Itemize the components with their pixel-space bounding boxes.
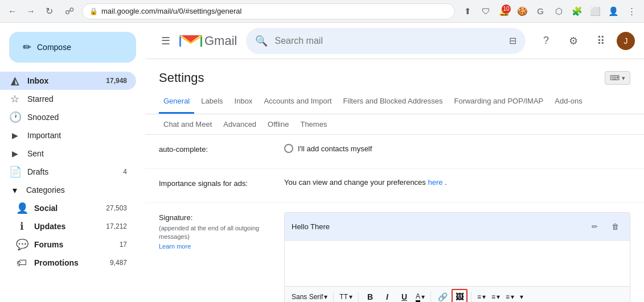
- app: ✏ Compose ◭ Inbox 17,948 ☆ Starred 🕐 Sno…: [0, 23, 644, 302]
- puzzle-button[interactable]: 🧩: [569, 3, 585, 19]
- search-icon: 🔍: [255, 35, 268, 47]
- sidebar-item-important[interactable]: ▶ Important: [0, 126, 136, 144]
- signature-editor[interactable]: [285, 241, 630, 286]
- signature-delete-button[interactable]: 🗑: [607, 218, 623, 234]
- categories-label: Categories: [26, 185, 65, 195]
- browser-tools: ⬆ 🛡 🔔 10 🍪 G ⬡ 🧩 ⬜ 👤 ⋮: [460, 3, 639, 19]
- gmail-text: Gmail: [204, 34, 237, 48]
- menu-dots-button[interactable]: ⋮: [624, 3, 639, 19]
- list-ul-select[interactable]: ≡ ▾: [503, 292, 516, 302]
- font-color-label: A: [416, 292, 420, 302]
- signature-edit-button[interactable]: ✏: [586, 218, 602, 234]
- reload-button[interactable]: ↻: [41, 3, 57, 19]
- tab-filters[interactable]: Filters and Blocked Addresses: [339, 90, 448, 114]
- autocomplete-radio[interactable]: [284, 144, 293, 153]
- back-button[interactable]: ←: [5, 3, 20, 19]
- sidebar-item-social[interactable]: 👤 Social 27,503: [0, 199, 136, 217]
- settings-title: Settings: [159, 71, 204, 85]
- search-bar[interactable]: 🔍 ⊟: [246, 28, 526, 54]
- forums-icon: 💬: [16, 238, 27, 251]
- sidebar-item-snoozed[interactable]: 🕐 Snoozed: [0, 108, 136, 126]
- font-family-select[interactable]: Sans Serif ▾: [289, 292, 330, 302]
- font-family-chevron: ▾: [324, 293, 327, 301]
- share-button[interactable]: ⬆: [460, 3, 475, 19]
- font-color-select[interactable]: A ▾: [413, 291, 427, 303]
- italic-button[interactable]: I: [379, 289, 395, 302]
- sub-tab-chat[interactable]: Chat and Meet: [159, 114, 216, 134]
- signature-item: Hello There ✏ 🗑: [285, 213, 630, 241]
- address-bar[interactable]: 🔒 mail.google.com/mail/u/0/#settings/gen…: [82, 3, 455, 19]
- list-ul-chevron: ▾: [511, 293, 514, 301]
- settings-button[interactable]: ⚙: [562, 30, 585, 52]
- settings-header: Settings ⌨ ▾: [145, 59, 644, 85]
- categories-header[interactable]: ▾ Categories: [0, 181, 136, 199]
- importance-row: Importance signals for ads: You can view…: [145, 169, 644, 203]
- tab-forwarding[interactable]: Forwarding and POP/IMAP: [449, 90, 548, 114]
- cookie-button[interactable]: 🍪: [514, 3, 530, 19]
- align-select[interactable]: ≡ ▾: [475, 292, 488, 302]
- apps-button[interactable]: ⠿: [589, 30, 612, 52]
- inbox-label: Inbox: [27, 76, 99, 85]
- toolbar-sep-4: [471, 292, 471, 302]
- grammarly-button[interactable]: G: [532, 3, 548, 19]
- sub-tab-advanced[interactable]: Advanced: [219, 114, 261, 134]
- signature-name: Hello There: [292, 222, 582, 231]
- drafts-label: Drafts: [27, 167, 116, 176]
- extension-button[interactable]: ⬡: [551, 3, 567, 19]
- list-ol-select[interactable]: ≡ ▾: [489, 292, 502, 302]
- link-button[interactable]: 🔗: [434, 289, 450, 302]
- window-button[interactable]: ⬜: [587, 3, 603, 19]
- snoozed-label: Snoozed: [27, 113, 120, 122]
- brave-shield-button[interactable]: 🛡: [478, 3, 494, 19]
- promotions-icon: 🏷: [16, 257, 27, 269]
- underline-button[interactable]: U: [396, 289, 412, 302]
- more-select[interactable]: ▾: [518, 292, 526, 302]
- font-size-select[interactable]: TT ▾: [337, 292, 355, 302]
- profile-button[interactable]: 👤: [605, 3, 621, 19]
- search-filter-icon[interactable]: ⊟: [509, 35, 516, 46]
- sidebar-item-sent[interactable]: ▶ Sent: [0, 144, 136, 163]
- sent-label: Sent: [27, 149, 120, 158]
- toolbar-sep-3: [430, 292, 431, 302]
- forward-button[interactable]: →: [23, 3, 39, 19]
- sidebar-item-updates[interactable]: ℹ Updates 17,212: [0, 217, 136, 235]
- tab-addons[interactable]: Add-ons: [550, 90, 586, 114]
- sub-tab-offline[interactable]: Offline: [263, 114, 293, 134]
- bold-button[interactable]: B: [362, 289, 378, 302]
- important-label: Important: [27, 131, 120, 140]
- starred-label: Starred: [27, 94, 120, 104]
- signature-toolbar: Sans Serif ▾ TT ▾ B I U: [285, 286, 630, 302]
- sub-tabs: Chat and Meet Advanced Offline Themes: [145, 114, 644, 135]
- tab-accounts[interactable]: Accounts and Import: [259, 90, 336, 114]
- toolbar-sep-1: [333, 292, 334, 302]
- sidebar-item-drafts[interactable]: 📄 Drafts 4: [0, 163, 136, 181]
- bookmark-button[interactable]: ☍: [61, 3, 77, 19]
- tab-inbox[interactable]: Inbox: [230, 90, 257, 114]
- signature-label-col: Signature: (appended at the end of all o…: [159, 212, 284, 250]
- tab-general[interactable]: General: [159, 90, 194, 114]
- importance-text: You can view and change your preferences: [284, 178, 426, 187]
- important-icon: ▶: [9, 131, 20, 140]
- tab-labels[interactable]: Labels: [196, 90, 227, 114]
- search-input[interactable]: [274, 36, 502, 46]
- font-size-label: TT: [339, 293, 348, 301]
- sidebar-item-inbox[interactable]: ◭ Inbox 17,948: [0, 72, 136, 90]
- promotions-count: 9,487: [110, 259, 127, 267]
- sub-tab-themes[interactable]: Themes: [296, 114, 331, 134]
- learn-more-link[interactable]: Learn more: [159, 243, 191, 250]
- autocomplete-value: I'll add contacts myself: [298, 144, 372, 153]
- gmail-header: ☰ Gmail 🔍 ⊟: [145, 23, 644, 59]
- importance-link[interactable]: here: [428, 178, 442, 187]
- hamburger-menu-button[interactable]: ☰: [154, 30, 177, 52]
- sidebar-item-promotions[interactable]: 🏷 Promotions 9,487: [0, 254, 136, 272]
- compose-button[interactable]: ✏ Compose: [9, 32, 136, 63]
- image-button[interactable]: 🖼: [452, 289, 467, 302]
- avatar[interactable]: J: [617, 32, 635, 50]
- notifications-wrapper: 🔔 10: [496, 3, 512, 19]
- sidebar-item-forums[interactable]: 💬 Forums 17: [0, 235, 136, 254]
- forums-count: 17: [120, 241, 127, 249]
- help-button[interactable]: ?: [535, 30, 557, 52]
- list-ol-chevron: ▾: [497, 293, 500, 301]
- keyboard-shortcut-button[interactable]: ⌨ ▾: [605, 71, 630, 85]
- sidebar-item-starred[interactable]: ☆ Starred: [0, 90, 136, 108]
